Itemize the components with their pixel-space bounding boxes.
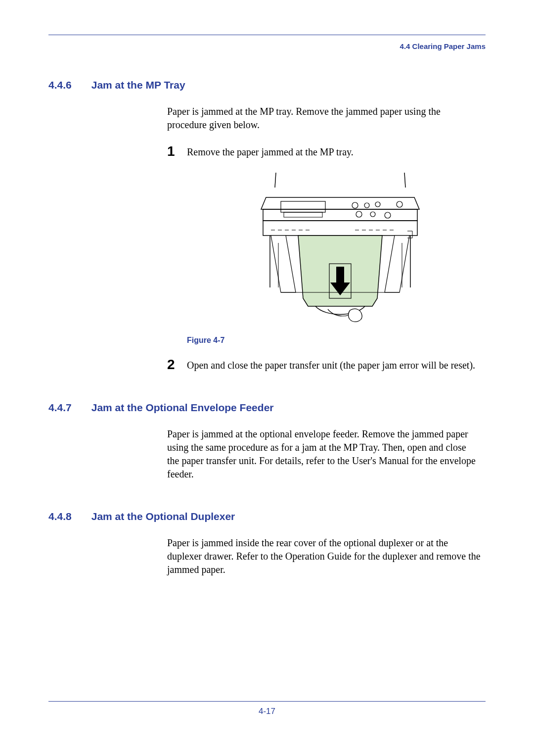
svg-point-9 xyxy=(370,212,375,217)
step-2: 2 Open and close the paper transfer unit… xyxy=(167,359,481,372)
footer-rule xyxy=(48,701,486,702)
svg-line-0 xyxy=(275,173,276,188)
intro-paragraph: Paper is jammed at the MP tray. Remove t… xyxy=(167,105,481,132)
step-2-text: Open and close the paper transfer unit (… xyxy=(187,359,475,372)
section-heading-446: 4.4.6Jam at the MP Tray xyxy=(48,79,486,91)
section-title: Jam at the Optional Envelope Feeder xyxy=(91,402,274,413)
printer-mp-tray-diagram-icon xyxy=(251,169,429,327)
svg-point-8 xyxy=(356,211,362,217)
svg-rect-28 xyxy=(336,267,344,283)
section-title: Jam at the MP Tray xyxy=(91,79,185,91)
body-paragraph: Paper is jammed at the optional envelope… xyxy=(167,427,481,481)
header-rule xyxy=(48,35,486,35)
svg-point-5 xyxy=(364,203,369,208)
body-paragraph: Paper is jammed inside the rear cover of… xyxy=(167,536,481,576)
svg-rect-3 xyxy=(284,212,322,217)
section-number: 4.4.6 xyxy=(48,79,72,91)
svg-line-1 xyxy=(404,173,405,188)
svg-point-4 xyxy=(352,202,358,208)
step-number-2: 2 xyxy=(167,358,187,372)
svg-point-10 xyxy=(385,212,391,218)
figure-caption: Figure 4-7 xyxy=(187,336,481,345)
page-content: 4.4 Clearing Paper Jams 4.4.6Jam at the … xyxy=(48,35,486,721)
step-1: 1 Remove the paper jammed at the MP tray… xyxy=(167,145,481,159)
running-header: 4.4 Clearing Paper Jams xyxy=(48,42,486,50)
section-number: 4.4.8 xyxy=(48,511,72,522)
section-number: 4.4.7 xyxy=(48,402,72,414)
svg-point-6 xyxy=(375,202,380,207)
section-448-body: Paper is jammed inside the rear cover of… xyxy=(167,536,481,576)
section-446-body: Paper is jammed at the MP tray. Remove t… xyxy=(167,105,481,372)
svg-point-7 xyxy=(397,201,402,207)
section-heading-447: 4.4.7Jam at the Optional Envelope Feeder xyxy=(48,402,486,414)
section-title: Jam at the Optional Duplexer xyxy=(91,511,235,522)
step-number-1: 1 xyxy=(167,144,187,158)
step-1-text: Remove the paper jammed at the MP tray. xyxy=(187,145,354,159)
svg-rect-2 xyxy=(281,201,325,212)
section-447-body: Paper is jammed at the optional envelope… xyxy=(167,427,481,481)
figure-4-7-illustration xyxy=(251,169,429,327)
page-number: 4-17 xyxy=(48,707,486,716)
svg-rect-11 xyxy=(263,221,417,236)
section-heading-448: 4.4.8Jam at the Optional Duplexer xyxy=(48,511,486,522)
